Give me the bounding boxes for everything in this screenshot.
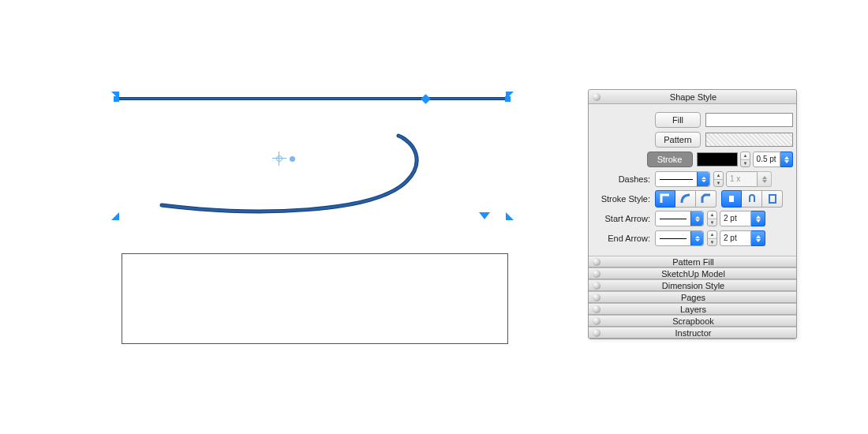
selection-handle-bl[interactable] xyxy=(111,212,119,220)
end-arrow-size-stepper[interactable]: ▲▼ xyxy=(707,230,717,246)
dashes-scale-stepper[interactable]: ▲▼ xyxy=(713,171,724,187)
cap-style-square[interactable] xyxy=(762,190,783,208)
stroke-color-swatch[interactable] xyxy=(697,152,738,166)
corner-style-round[interactable] xyxy=(675,190,696,208)
dashes-scale-dropdown[interactable] xyxy=(758,171,772,187)
end-arrow-size-field[interactable]: 2 pt xyxy=(720,230,751,246)
selection-handle-tl[interactable] xyxy=(111,92,119,99)
section-pages[interactable]: Pages xyxy=(589,291,796,303)
start-arrow-label: Start Arrow: xyxy=(592,214,655,223)
panel-collapse-icon[interactable] xyxy=(593,93,600,101)
cap-style-flat[interactable] xyxy=(721,190,742,208)
dashes-scale-field[interactable]: 1 x xyxy=(726,171,758,187)
dashes-select[interactable] xyxy=(655,171,710,187)
start-arrow-size-dropdown[interactable] xyxy=(751,211,765,226)
svg-rect-1 xyxy=(769,195,776,203)
selection-midpoint-handle[interactable] xyxy=(421,94,431,104)
section-pattern-fill[interactable]: Pattern Fill xyxy=(589,256,796,268)
stroke-style-label: Stroke Style: xyxy=(592,194,655,204)
shape-rectangle[interactable] xyxy=(122,253,508,344)
drawing-canvas[interactable] xyxy=(107,0,556,434)
dashes-label: Dashes: xyxy=(592,174,655,184)
stroke-width-dropdown[interactable] xyxy=(780,152,793,167)
section-sketchup-model[interactable]: SketchUp Model xyxy=(589,268,796,279)
shape-line[interactable] xyxy=(116,97,507,100)
fill-toggle-button[interactable]: Fill xyxy=(655,112,701,128)
stroke-width-stepper[interactable]: ▲▼ xyxy=(740,152,750,167)
selection-handle-br[interactable] xyxy=(506,212,514,220)
selection-handle-tr[interactable] xyxy=(506,92,514,99)
panel-title: Shape Style xyxy=(604,92,796,102)
start-arrow-size-field[interactable]: 2 pt xyxy=(720,211,751,226)
panel-header-shape-style[interactable]: Shape Style xyxy=(589,90,796,104)
section-scrapbook[interactable]: Scrapbook xyxy=(589,315,796,327)
svg-rect-0 xyxy=(729,196,734,202)
corner-style-bevel[interactable] xyxy=(696,190,716,208)
end-arrow-size-dropdown[interactable] xyxy=(751,230,765,246)
inspector-panel: Shape Style Fill Pattern Stroke ▲▼ 0.5 p… xyxy=(588,89,797,339)
section-layers[interactable]: Layers xyxy=(589,303,796,315)
selection-handle-bottom[interactable] xyxy=(479,212,490,219)
section-instructor[interactable]: Instructor xyxy=(589,327,796,339)
pattern-toggle-button[interactable]: Pattern xyxy=(655,132,701,148)
cap-style-round[interactable] xyxy=(742,190,762,208)
start-arrow-select[interactable] xyxy=(655,211,704,226)
corner-style-miter[interactable] xyxy=(655,190,675,208)
stroke-width-field[interactable]: 0.5 pt xyxy=(753,152,781,167)
pattern-swatch[interactable] xyxy=(705,133,793,147)
fill-color-swatch[interactable] xyxy=(705,113,793,127)
shape-curve[interactable] xyxy=(162,134,422,221)
stroke-toggle-button[interactable]: Stroke xyxy=(647,152,693,167)
end-arrow-label: End Arrow: xyxy=(592,234,655,243)
section-dimension-style[interactable]: Dimension Style xyxy=(589,279,796,291)
start-arrow-size-stepper[interactable]: ▲▼ xyxy=(707,211,717,226)
end-arrow-select[interactable] xyxy=(655,230,704,246)
selection-center-crosshair xyxy=(272,152,286,166)
